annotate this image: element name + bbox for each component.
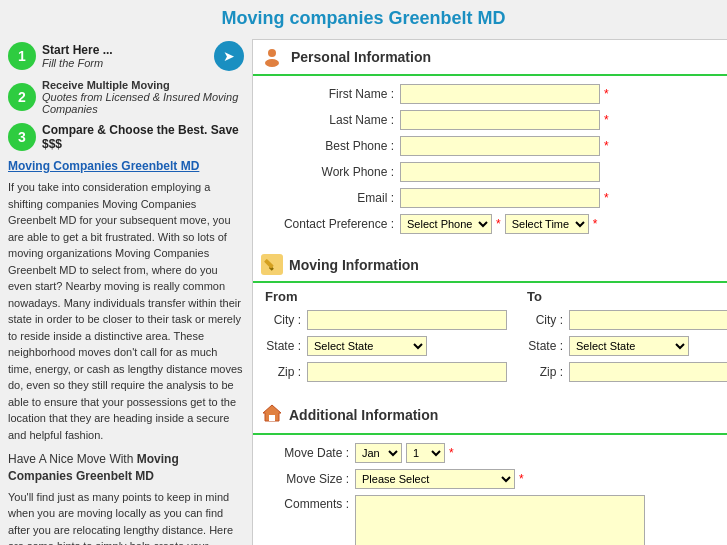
person-icon (261, 46, 283, 68)
move-date-label: Move Date : (265, 446, 355, 460)
personal-section-header: Personal Information (253, 40, 727, 76)
step-3-text: Compare & Choose the Best. Save $$$ (42, 123, 244, 151)
personal-section-title: Personal Information (291, 49, 431, 65)
move-size-required: * (519, 472, 524, 486)
additional-section-title: Additional Information (289, 407, 438, 423)
from-state-label: State : (265, 339, 307, 353)
first-name-row: First Name : * (265, 84, 727, 104)
first-name-input[interactable] (400, 84, 600, 104)
step-1: 1 Start Here ... Fill the Form (8, 41, 244, 71)
move-date-month-select[interactable]: JanFebMarApr MayJunJulAug SepOctNovDec (355, 443, 402, 463)
sidebar-body-text2: You'll find just as many points to keep … (8, 489, 244, 545)
from-zip-row: Zip : (265, 362, 507, 382)
additional-section-header: Additional Information (253, 396, 727, 435)
comments-textarea[interactable] (355, 495, 645, 545)
best-phone-input[interactable] (400, 136, 600, 156)
svg-point-1 (265, 59, 279, 67)
step-1-line2: Fill the Form (42, 57, 214, 69)
sidebar-body-text: If you take into consideration employing… (8, 179, 244, 443)
moving-cols: From City : State : Select State Alabama… (253, 283, 727, 396)
contact-pref-row: Contact Preference : Select Phone Cell P… (265, 214, 727, 234)
from-state-select[interactable]: Select State AlabamaAlaskaArizona Arkans… (307, 336, 427, 356)
move-date-required: * (449, 446, 454, 460)
to-city-row: City : (527, 310, 727, 330)
comments-label: Comments : (265, 495, 355, 511)
step-3-number: 3 (8, 123, 36, 151)
move-size-label: Move Size : (265, 472, 355, 486)
additional-section-body: Move Date : JanFebMarApr MayJunJulAug Se… (253, 435, 727, 545)
move-size-select[interactable]: Please Select Studio 1 Bedroom 2 Bedroom… (355, 469, 515, 489)
from-zip-input[interactable] (307, 362, 507, 382)
moving-section-title: Moving Information (289, 257, 419, 273)
house-icon (261, 402, 283, 427)
from-zip-label: Zip : (265, 365, 307, 379)
to-zip-input[interactable] (569, 362, 727, 382)
email-row: Email : * (265, 188, 727, 208)
move-size-row: Move Size : Please Select Studio 1 Bedro… (265, 469, 727, 489)
email-label: Email : (265, 191, 400, 205)
last-name-required: * (604, 113, 609, 127)
last-name-input[interactable] (400, 110, 600, 130)
step-2-text: Receive Multiple Moving Quotes from Lice… (42, 79, 244, 115)
step-2-line2: Quotes from Licensed & Insured Moving Co… (42, 91, 238, 115)
to-state-label: State : (527, 339, 569, 353)
sidebar: 1 Start Here ... Fill the Form 2 Receive… (0, 35, 252, 545)
pencil-icon (261, 254, 283, 275)
form-panel: Personal Information First Name : * Last… (252, 39, 727, 545)
step-2-line1: Receive Multiple Moving (42, 79, 170, 91)
work-phone-label: Work Phone : (265, 165, 400, 179)
to-zip-label: Zip : (527, 365, 569, 379)
svg-rect-5 (269, 415, 275, 421)
contact-pref-label: Contact Preference : (265, 217, 400, 231)
from-city-input[interactable] (307, 310, 507, 330)
last-name-label: Last Name : (265, 113, 400, 127)
sidebar-subheading: Have A Nice Move With Moving Companies G… (8, 451, 244, 485)
best-phone-label: Best Phone : (265, 139, 400, 153)
step-1-line1: Start Here ... (42, 43, 214, 57)
svg-rect-3 (264, 259, 274, 269)
from-city-row: City : (265, 310, 507, 330)
first-name-required: * (604, 87, 609, 101)
to-state-row: State : Select State AlabamaAlaskaArizon… (527, 336, 727, 356)
email-input[interactable] (400, 188, 600, 208)
move-date-day-select[interactable]: 12345 678910 1112131415 1617181920 21222… (406, 443, 445, 463)
to-col: To City : State : Select State AlabamaAl… (527, 289, 727, 388)
step-3: 3 Compare & Choose the Best. Save $$$ (8, 123, 244, 151)
from-label: From (265, 289, 507, 304)
moving-section-header: Moving Information (253, 248, 727, 283)
work-phone-input[interactable] (400, 162, 600, 182)
contact-phone-select[interactable]: Select Phone Cell Phone Home Phone Work … (400, 214, 492, 234)
step-1-text: Start Here ... Fill the Form (42, 43, 214, 69)
move-date-row: Move Date : JanFebMarApr MayJunJulAug Se… (265, 443, 727, 463)
from-city-label: City : (265, 313, 307, 327)
step-2-number: 2 (8, 83, 36, 111)
page-title: Moving companies Greenbelt MD (0, 0, 727, 35)
contact-phone-required: * (496, 217, 501, 231)
from-col: From City : State : Select State Alabama… (265, 289, 507, 388)
best-phone-required: * (604, 139, 609, 153)
to-city-input[interactable] (569, 310, 727, 330)
comments-row: Comments : (265, 495, 727, 545)
to-state-select[interactable]: Select State AlabamaAlaskaArizona Arkans… (569, 336, 689, 356)
step-1-number: 1 (8, 42, 36, 70)
to-zip-row: Zip : (527, 362, 727, 382)
step-2: 2 Receive Multiple Moving Quotes from Li… (8, 79, 244, 115)
step-1-arrow (214, 41, 244, 71)
step-3-line1: Compare & Choose the Best. Save $$$ (42, 123, 244, 151)
to-city-label: City : (527, 313, 569, 327)
contact-pref-controls: Select Phone Cell Phone Home Phone Work … (400, 214, 597, 234)
work-phone-row: Work Phone : (265, 162, 727, 182)
contact-time-required: * (593, 217, 598, 231)
best-phone-row: Best Phone : * (265, 136, 727, 156)
from-state-row: State : Select State AlabamaAlaskaArizon… (265, 336, 507, 356)
email-required: * (604, 191, 609, 205)
svg-point-0 (268, 49, 276, 57)
personal-section-body: First Name : * Last Name : * Best Phone … (253, 76, 727, 248)
to-label: To (527, 289, 727, 304)
contact-time-select[interactable]: Select Time Morning Afternoon Evening (505, 214, 589, 234)
sidebar-link[interactable]: Moving Companies Greenbelt MD (8, 159, 244, 173)
first-name-label: First Name : (265, 87, 400, 101)
last-name-row: Last Name : * (265, 110, 727, 130)
